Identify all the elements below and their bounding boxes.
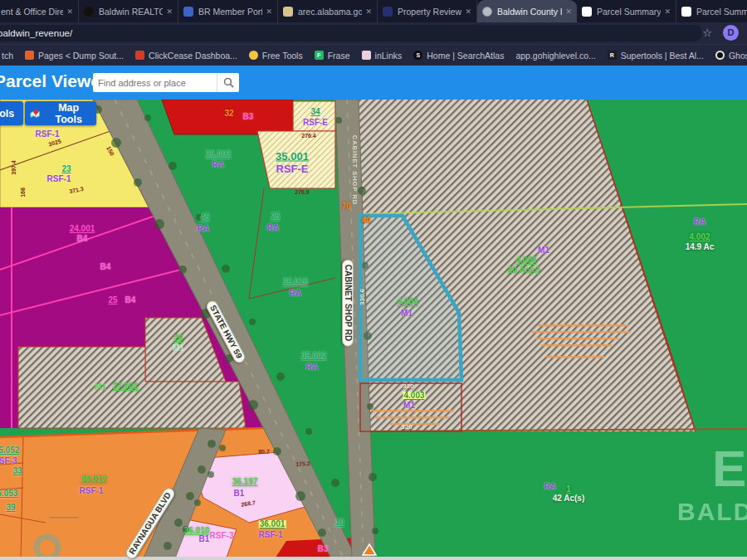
bookmark-item[interactable]: FFrase bbox=[315, 51, 350, 61]
browser-window: ent & Office Direct ✕ Baldwin REALTORS® … bbox=[0, 0, 747, 560]
page-bottom-strip bbox=[0, 557, 747, 560]
realtors-favicon bbox=[84, 7, 94, 17]
map-tools-button[interactable]: Map Tools bbox=[25, 101, 96, 125]
tab-title: ent & Office Direct bbox=[1, 7, 63, 17]
bookmark-item[interactable]: SHome | SearchAtlas bbox=[413, 51, 504, 61]
tab-parcel-summary-2[interactable]: Parcel Summary - A ✕ bbox=[676, 0, 747, 22]
search-button[interactable] bbox=[217, 73, 239, 92]
search-icon bbox=[223, 77, 234, 88]
close-icon[interactable]: ✕ bbox=[266, 7, 272, 16]
map-pin-icon bbox=[30, 108, 42, 119]
tab-title: BR Member Portal bbox=[198, 7, 262, 17]
tab-title: Parcel Summary - A bbox=[696, 7, 747, 17]
baldwin-watermark-word: BALDWIN bbox=[677, 498, 747, 526]
bookmark-item[interactable]: tch bbox=[2, 51, 13, 61]
property-review-favicon bbox=[383, 7, 393, 17]
close-icon[interactable]: ✕ bbox=[66, 7, 73, 16]
app-header: Parcel Viewer bbox=[0, 66, 747, 100]
parcel-35001-rsfe[interactable] bbox=[257, 131, 335, 188]
address-bar: baldwin_revenue/ ☆ D bbox=[0, 22, 747, 44]
map-tools-button-label: Map Tools bbox=[46, 102, 91, 125]
tab-arec-alabama[interactable]: arec.alabama.gov/ap ✕ bbox=[278, 0, 378, 22]
tab-title: Baldwin County ISV3 bbox=[497, 7, 562, 17]
tab-title: Property Review | Mo bbox=[398, 7, 461, 17]
supertools-icon: R bbox=[608, 51, 617, 60]
close-icon[interactable]: ✕ bbox=[664, 7, 671, 16]
tab-baldwin-realtors[interactable]: Baldwin REALTORS® ✕ bbox=[79, 0, 178, 22]
address-search-box bbox=[93, 73, 239, 92]
globe-favicon bbox=[482, 7, 492, 17]
page-title: Parcel Viewer bbox=[0, 71, 107, 91]
tab-title: Baldwin REALTORS® bbox=[99, 7, 163, 17]
tools-button[interactable]: Tools bbox=[0, 101, 23, 125]
close-icon[interactable]: ✕ bbox=[365, 7, 372, 16]
bookmark-item[interactable]: Free Tools bbox=[249, 51, 303, 61]
searchatlas-icon: S bbox=[413, 51, 422, 60]
shield-icon bbox=[135, 51, 144, 60]
tab-baldwin-county-isv3[interactable]: Baldwin County ISV3 ✕ bbox=[477, 0, 577, 22]
bookmark-item[interactable]: app.gohighlevel.co... bbox=[515, 51, 595, 61]
ghost-icon bbox=[715, 51, 725, 60]
tab-title: arec.alabama.gov/ap bbox=[298, 7, 362, 17]
search-input[interactable] bbox=[93, 73, 217, 92]
bookmark-item[interactable]: Ghost Admin bbox=[715, 51, 747, 61]
profile-avatar[interactable]: D bbox=[723, 25, 739, 41]
pages-icon bbox=[25, 51, 34, 60]
avatar-initial: D bbox=[728, 27, 735, 37]
tab-strip: ent & Office Direct ✕ Baldwin REALTORS® … bbox=[0, 0, 747, 22]
parcel-34-rsfe[interactable] bbox=[293, 101, 335, 131]
hand-icon bbox=[249, 51, 258, 60]
tools-button-label: Tools bbox=[0, 108, 14, 119]
bookmark-item[interactable]: ClickCease Dashboa... bbox=[135, 51, 237, 61]
close-icon[interactable]: ✕ bbox=[465, 7, 471, 16]
bookmark-item[interactable]: inLinks bbox=[362, 51, 403, 61]
frase-icon: F bbox=[315, 51, 324, 60]
zone-b3-red[interactable] bbox=[162, 100, 293, 134]
close-icon[interactable]: ✕ bbox=[166, 7, 173, 16]
tab-br-member-portal[interactable]: BR Member Portal ✕ bbox=[178, 0, 278, 22]
document-favicon bbox=[681, 7, 691, 17]
url-text: baldwin_revenue/ bbox=[0, 28, 72, 38]
map-canvas bbox=[0, 100, 747, 560]
bookmark-item[interactable]: Pages < Dump Sout... bbox=[25, 51, 124, 61]
bookmarks-bar: tch Pages < Dump Sout... ClickCease Dash… bbox=[0, 44, 747, 66]
bookmark-item[interactable]: RSupertools | Best Al... bbox=[608, 51, 704, 61]
inlinks-icon bbox=[362, 51, 371, 60]
url-field[interactable]: baldwin_revenue/ bbox=[0, 25, 702, 41]
bookmark-star-icon[interactable]: ☆ bbox=[702, 27, 712, 39]
tab-property-review[interactable]: Property Review | Mo ✕ bbox=[378, 0, 477, 22]
tab-title: Parcel Summary - As bbox=[597, 7, 661, 17]
baldwin-watermark-letter: E bbox=[712, 443, 746, 494]
arec-favicon bbox=[283, 7, 293, 17]
br-portal-favicon bbox=[183, 7, 193, 17]
document-favicon bbox=[582, 7, 592, 17]
close-icon[interactable]: ✕ bbox=[565, 7, 572, 16]
tab-office-direct[interactable]: ent & Office Direct ✕ bbox=[0, 0, 79, 22]
tab-parcel-summary-1[interactable]: Parcel Summary - As ✕ bbox=[577, 0, 676, 22]
parcel-map[interactable]: Tools Map Tools E BALDWIN RSF-123RSF-130… bbox=[0, 100, 747, 560]
